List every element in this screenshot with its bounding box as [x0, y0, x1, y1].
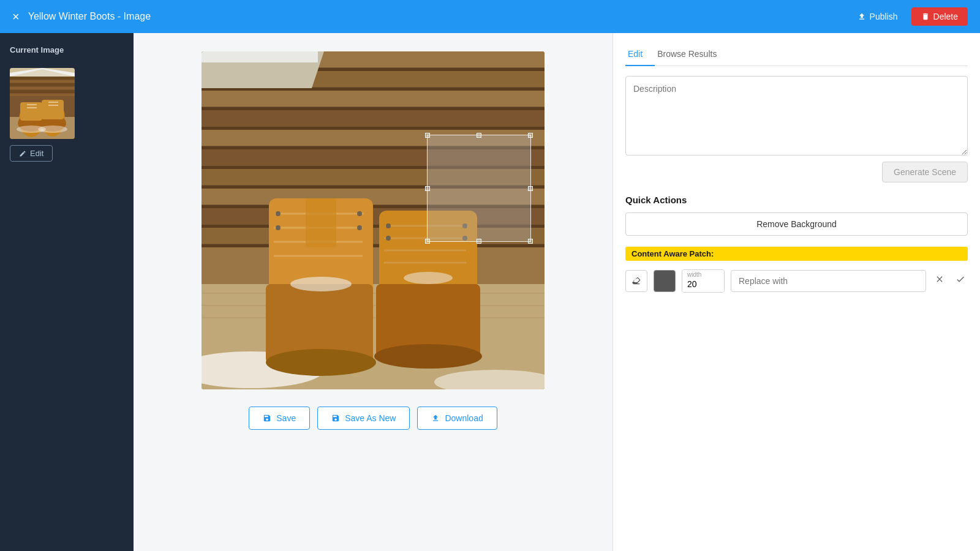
save-button[interactable]: Save — [249, 407, 310, 430]
tab-edit[interactable]: Edit — [625, 43, 655, 66]
bottom-actions: Save Save As New Download — [249, 407, 497, 430]
svg-point-74 — [357, 211, 362, 216]
svg-rect-32 — [202, 127, 545, 130]
svg-point-22 — [38, 126, 67, 133]
cap-confirm-button[interactable] — [953, 272, 968, 290]
svg-point-63 — [462, 223, 467, 228]
topbar: × Yellow Winter Boots - Image Publish De… — [0, 0, 980, 33]
generate-scene-button[interactable]: Generate Scene — [882, 162, 968, 182]
download-icon — [431, 414, 440, 422]
svg-point-78 — [290, 277, 352, 291]
download-button[interactable]: Download — [417, 407, 497, 430]
svg-rect-33 — [202, 130, 545, 146]
close-icon[interactable]: × — [12, 10, 20, 23]
current-image-thumbnail — [10, 68, 75, 139]
sidebar: Current Image — [0, 33, 134, 551]
svg-rect-31 — [202, 110, 545, 126]
tabs: Edit Browse Results — [625, 43, 968, 66]
svg-rect-35 — [202, 149, 545, 165]
checkmark-icon — [956, 274, 965, 284]
page-title: Yellow Winter Boots - Image — [28, 11, 842, 22]
cap-width-wrap: width — [682, 269, 725, 293]
cap-controls: width — [625, 269, 968, 293]
boots-image — [202, 51, 545, 389]
save-icon — [263, 414, 271, 422]
cap-replace-input[interactable] — [731, 270, 926, 292]
svg-point-76 — [357, 225, 362, 230]
svg-rect-7 — [10, 87, 75, 89]
svg-rect-5 — [10, 80, 75, 83]
svg-rect-34 — [202, 146, 545, 149]
cap-width-label: width — [687, 271, 701, 278]
svg-rect-39 — [202, 189, 545, 204]
close-x-icon — [935, 274, 944, 284]
svg-rect-8 — [10, 90, 75, 93]
edit-image-button[interactable]: Edit — [10, 145, 53, 162]
main-layout: Current Image — [0, 33, 980, 551]
svg-rect-29 — [202, 91, 545, 107]
thumbnail-wrap: Edit — [10, 68, 124, 162]
svg-rect-9 — [10, 94, 75, 96]
image-canvas[interactable] — [202, 51, 545, 394]
cap-cancel-button[interactable] — [932, 272, 947, 290]
svg-rect-4 — [10, 77, 75, 80]
svg-point-79 — [404, 272, 453, 284]
generate-btn-wrap: Generate Scene — [625, 162, 968, 182]
svg-rect-48 — [202, 51, 318, 62]
tab-browse-results[interactable]: Browse Results — [655, 43, 729, 66]
content-aware-patch-label: Content Aware Patch: — [625, 247, 968, 261]
cap-eraser-button[interactable] — [625, 270, 647, 292]
svg-point-64 — [386, 236, 391, 241]
publish-icon — [858, 12, 866, 21]
svg-rect-36 — [202, 166, 545, 169]
quick-actions-label: Quick Actions — [625, 195, 968, 205]
save-as-new-icon — [331, 414, 340, 422]
eraser-icon — [631, 276, 641, 286]
svg-rect-77 — [306, 198, 336, 247]
svg-point-62 — [386, 223, 391, 228]
svg-rect-38 — [202, 186, 545, 189]
svg-point-68 — [266, 349, 376, 376]
pencil-icon — [19, 150, 26, 157]
thumbnail-image — [10, 68, 75, 139]
svg-point-65 — [462, 236, 467, 241]
save-as-new-button[interactable]: Save As New — [317, 407, 410, 430]
svg-point-75 — [276, 225, 281, 230]
trash-icon — [921, 12, 930, 21]
remove-background-button[interactable]: Remove Background — [625, 212, 968, 236]
svg-rect-37 — [202, 169, 545, 185]
topbar-actions: Publish Delete — [850, 7, 968, 26]
publish-button[interactable]: Publish — [850, 8, 905, 25]
svg-point-73 — [276, 211, 281, 216]
svg-rect-6 — [10, 83, 75, 86]
main-content: Save Save As New Download — [134, 33, 612, 551]
right-panel: Edit Browse Results Generate Scene Quick… — [612, 33, 980, 551]
sidebar-section-label: Current Image — [10, 45, 124, 54]
svg-rect-30 — [202, 107, 545, 110]
svg-rect-16 — [42, 100, 64, 119]
delete-button[interactable]: Delete — [911, 7, 968, 26]
svg-point-57 — [374, 344, 482, 369]
cap-color-swatch[interactable] — [654, 270, 676, 292]
description-field[interactable] — [625, 76, 968, 156]
